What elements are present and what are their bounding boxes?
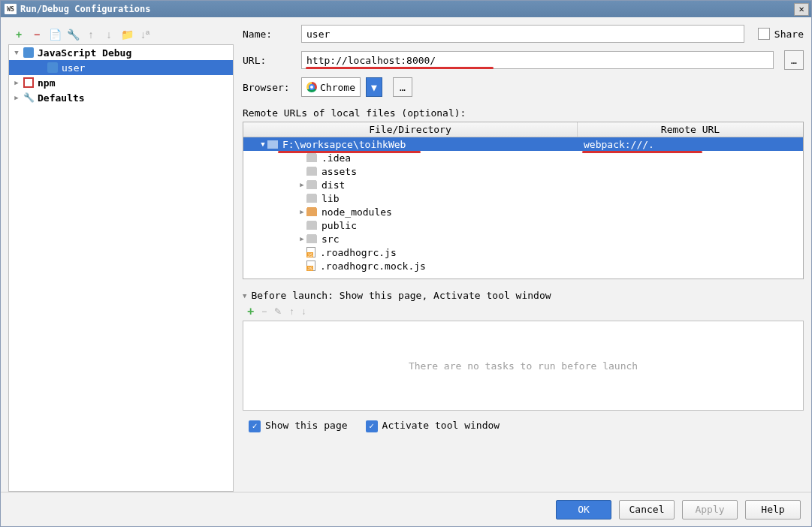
add-task-icon[interactable]: + [247,305,254,318]
config-toolbar: + − 📄 🔧 ↑ ↓ 📁 ↓ª [8,25,234,44]
tree-label: user [62,62,85,74]
table-row[interactable]: .roadhogrc.js [243,245,803,259]
move-up-icon[interactable]: ↑ [289,306,294,317]
checkbox-checked-icon: ✓ [366,420,378,432]
table-row[interactable]: lib [243,191,803,205]
tasks-empty-text: There are no tasks to run before launch [409,360,638,372]
file-name: src [321,233,339,245]
title-bar: WS Run/Debug Configurations ✕ [1,1,811,17]
close-button[interactable]: ✕ [794,3,809,16]
ok-button[interactable]: OK [556,500,611,519]
jsdebug-icon [23,47,35,59]
chevron-right-icon[interactable]: ▶ [297,181,306,188]
help-button[interactable]: Help [745,500,801,519]
chevron-right-icon[interactable]: ▶ [12,78,21,87]
url-label: URL: [243,55,295,66]
file-name: public [321,220,357,231]
table-row[interactable]: ▶node_modules [243,205,803,218]
browser-browse-button[interactable]: … [393,77,412,97]
folder-icon [306,221,317,230]
table-row[interactable]: .idea [243,151,803,164]
jsdebug-icon [47,62,59,74]
folder-icon [306,167,317,176]
before-launch-header[interactable]: ▼ Before launch: Show this page, Activat… [243,290,804,301]
launch-options: ✓Show this page ✓Activate tool window [243,420,804,432]
chevron-right-icon[interactable]: ▶ [12,93,21,102]
cancel-button[interactable]: Cancel [619,500,675,519]
folder-icon [306,208,317,216]
name-label: Name: [243,29,295,40]
chevron-right-icon[interactable]: ▶ [297,235,306,242]
file-table: File/Directory Remote URL ▼ F:\worksapce… [243,122,804,279]
left-panel: + − 📄 🔧 ↑ ↓ 📁 ↓ª ▼ JavaScript Debug user [8,25,234,492]
name-row: Name: Share [243,25,804,43]
activate-window-checkbox[interactable]: ✓Activate tool window [366,420,500,432]
checkbox-icon[interactable] [758,28,770,40]
url-row: URL: … [243,50,804,70]
chevron-down-icon[interactable]: ▼ [258,140,267,148]
copy-icon[interactable]: 📄 [49,29,61,41]
sort-icon[interactable]: ↓ª [139,29,151,41]
table-row[interactable]: public [243,218,803,232]
table-row[interactable]: .roadhogrc.mock.js [243,259,803,273]
file-table-body[interactable]: ▼ F:\worksapce\toihkWeb webpack:///. .id… [243,137,803,279]
js-file-icon [306,247,315,257]
browser-row: Browser: Chrome ▼ … [243,77,804,97]
show-page-checkbox[interactable]: ✓Show this page [249,420,348,432]
folder-icon [306,154,317,162]
dialog-window: WS Run/Debug Configurations ✕ + − 📄 🔧 ↑ … [0,0,812,527]
browser-label: Browser: [243,82,295,93]
name-input[interactable] [301,25,744,43]
annotation-underline [582,151,702,153]
table-row[interactable]: ▶dist [243,178,803,191]
settings-icon[interactable]: 🔧 [67,29,79,41]
tree-node-user[interactable]: user [9,60,233,75]
table-row[interactable]: assets [243,164,803,178]
edit-task-icon[interactable]: ✎ [274,306,282,317]
tree-label: Defaults [38,92,85,104]
move-down-icon[interactable]: ↓ [301,306,306,317]
move-down-icon[interactable]: ↓ [103,29,115,41]
file-name: node_modules [321,206,392,218]
tree-node-jsdebug[interactable]: ▼ JavaScript Debug [9,45,233,60]
annotation-underline [306,67,494,69]
checkbox-checked-icon: ✓ [249,420,261,432]
file-path: F:\worksapce\toihkWeb [282,139,406,150]
table-row-root[interactable]: ▼ F:\worksapce\toihkWeb webpack:///. [243,137,803,151]
add-icon[interactable]: + [13,29,25,41]
tree-node-defaults[interactable]: ▶ Defaults [9,90,233,105]
chrome-icon [306,82,317,92]
right-panel: Name: Share URL: … Browser: Chrome [243,25,804,492]
config-tree[interactable]: ▼ JavaScript Debug user ▶ npm ▶ Defaults [8,44,234,492]
folder-icon [267,140,278,149]
folder-icon[interactable]: 📁 [121,29,133,41]
browser-select[interactable]: Chrome [301,77,361,97]
dialog-content: + − 📄 🔧 ↑ ↓ 📁 ↓ª ▼ JavaScript Debug user [1,17,811,492]
window-title: Run/Debug Configurations [20,4,150,14]
npm-icon [23,77,35,89]
table-row[interactable]: ▶src [243,232,803,245]
col-file: File/Directory [243,122,578,137]
chevron-right-icon[interactable]: ▶ [297,208,306,215]
apply-button[interactable]: Apply [682,500,738,519]
share-checkbox[interactable]: Share [758,28,804,40]
js-file-icon [306,260,315,271]
remove-icon[interactable]: − [31,29,43,41]
share-label: Share [774,29,804,40]
folder-icon [306,194,317,203]
move-up-icon[interactable]: ↑ [85,29,97,41]
tasks-toolbar: + − ✎ ↑ ↓ [243,301,804,321]
tasks-list[interactable]: There are no tasks to run before launch [243,321,804,411]
tree-label: JavaScript Debug [38,47,131,59]
file-table-header: File/Directory Remote URL [243,122,803,137]
remove-task-icon[interactable]: − [261,306,267,317]
tree-node-npm[interactable]: ▶ npm [9,75,233,90]
remote-url: webpack:///. [584,139,654,150]
tree-label: npm [38,77,55,89]
button-bar: OK Cancel Apply Help [1,492,811,526]
browser-dropdown-button[interactable]: ▼ [366,77,382,97]
url-browse-button[interactable]: … [784,50,804,70]
chevron-down-icon[interactable]: ▼ [243,292,246,300]
col-remote: Remote URL [578,122,803,137]
chevron-down-icon[interactable]: ▼ [12,48,21,57]
